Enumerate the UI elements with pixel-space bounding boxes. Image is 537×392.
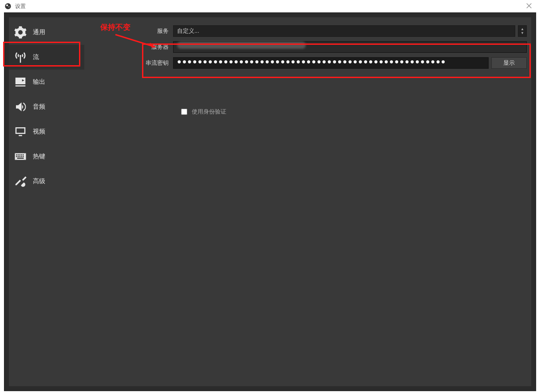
app-icon	[4, 3, 12, 10]
server-blurred-content	[177, 42, 306, 49]
close-icon[interactable]	[525, 3, 533, 10]
service-select[interactable]: 自定义...	[173, 25, 515, 37]
settings-inner: 通用 流 输出 音频	[9, 17, 531, 386]
row-stream-key: 串流密钥 ●●●●●●●●●●●●●●●●●●●●●●●●●●●●●●●●●●●…	[89, 57, 527, 69]
output-icon	[13, 75, 28, 89]
sidebar-item-advanced[interactable]: 高级	[9, 169, 84, 194]
sidebar-item-output[interactable]: 输出	[9, 70, 84, 94]
annotation-text: 保持不变	[100, 22, 130, 32]
server-label: 服务器	[89, 43, 173, 51]
settings-content: 服务 自定义... ▲▼ 服务器	[84, 17, 531, 386]
sidebar-item-label: 音频	[33, 103, 45, 111]
monitor-icon	[13, 125, 28, 139]
service-select-value: 自定义...	[177, 27, 199, 35]
antenna-icon	[13, 50, 28, 64]
sidebar-item-video[interactable]: 视频	[9, 119, 84, 144]
sidebar-item-label: 高级	[33, 177, 45, 185]
svg-point-1	[6, 4, 8, 6]
sidebar-item-label: 流	[33, 53, 39, 61]
stream-key-input[interactable]: ●●●●●●●●●●●●●●●●●●●●●●●●●●●●●●●●●●●●●●●●…	[173, 57, 489, 69]
show-key-button[interactable]: 显示	[491, 57, 527, 69]
keyboard-icon	[13, 149, 28, 164]
window-title: 设置	[15, 3, 26, 10]
sidebar-item-label: 视频	[33, 128, 45, 136]
svg-point-0	[5, 3, 11, 9]
sidebar-item-label: 通用	[33, 28, 45, 36]
row-service: 服务 自定义... ▲▼	[89, 25, 527, 37]
use-auth-label: 使用身份验证	[192, 108, 226, 116]
settings-frame: 通用 流 输出 音频	[4, 12, 536, 391]
sidebar-item-label: 热键	[33, 153, 45, 161]
svg-point-2	[8, 6, 9, 8]
row-use-auth: 使用身份验证	[181, 108, 527, 116]
sidebar-item-stream[interactable]: 流	[9, 45, 84, 70]
select-stepper-icon[interactable]: ▲▼	[518, 25, 527, 37]
sidebar-item-audio[interactable]: 音频	[9, 94, 84, 119]
gear-icon	[13, 25, 28, 39]
titlebar: 设置	[0, 0, 537, 12]
speaker-icon	[13, 100, 28, 114]
server-input[interactable]	[173, 41, 527, 53]
sidebar-item-hotkeys[interactable]: 热键	[9, 144, 84, 169]
stream-key-label: 串流密钥	[89, 59, 173, 67]
sidebar-item-general[interactable]: 通用	[9, 20, 84, 45]
row-server: 服务器	[89, 41, 527, 53]
tools-icon	[13, 174, 28, 188]
use-auth-checkbox[interactable]	[181, 109, 187, 115]
settings-sidebar: 通用 流 输出 音频	[9, 17, 84, 386]
sidebar-item-label: 输出	[33, 78, 45, 86]
